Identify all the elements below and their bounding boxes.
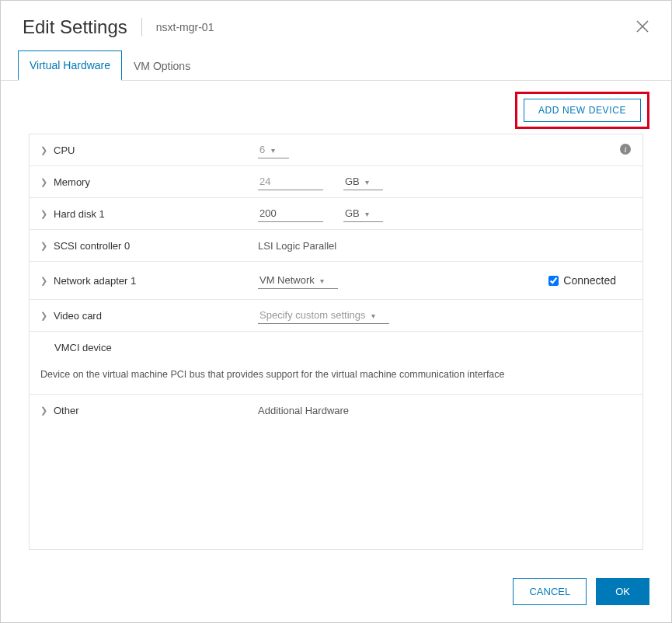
row-other: ❯ Other Additional Hardware	[30, 395, 642, 426]
connected-checkbox[interactable]	[548, 276, 559, 286]
memory-unit-select[interactable]: GB ▾	[343, 173, 383, 190]
tab-bar: Virtual Hardware VM Options	[1, 50, 671, 81]
chevron-right-icon[interactable]: ❯	[40, 405, 47, 416]
cpu-value: 6	[259, 144, 265, 155]
row-disk: ❯ Hard disk 1 GB ▾	[30, 198, 642, 230]
edit-settings-modal: Edit Settings nsxt-mgr-01 Virtual Hardwa…	[0, 0, 672, 623]
tab-virtual-hardware[interactable]: Virtual Hardware	[18, 50, 122, 81]
modal-header: Edit Settings nsxt-mgr-01	[1, 1, 671, 46]
modal-footer: CANCEL OK	[1, 550, 671, 622]
video-select[interactable]: Specify custom settings ▾	[258, 307, 389, 324]
chevron-down-icon: ▾	[365, 210, 369, 218]
scsi-label: SCSI controller 0	[54, 240, 130, 252]
network-value: VM Network	[259, 274, 315, 286]
chevron-right-icon[interactable]: ❯	[40, 209, 47, 219]
vmci-description: Device on the virtual machine PCI bus th…	[30, 363, 642, 395]
row-cpu: ❯ CPU 6 ▾ i	[30, 134, 642, 166]
row-network: ❯ Network adapter 1 VM Network ▾ Connect…	[30, 262, 642, 300]
network-label: Network adapter 1	[54, 275, 136, 287]
svg-text:i: i	[624, 144, 626, 154]
memory-label: Memory	[54, 176, 90, 188]
chevron-right-icon[interactable]: ❯	[40, 311, 47, 321]
info-icon[interactable]: i	[619, 143, 632, 158]
toolbar: ADD NEW DEVICE	[1, 81, 671, 134]
highlight-box: ADD NEW DEVICE	[515, 92, 649, 129]
chevron-right-icon[interactable]: ❯	[40, 241, 47, 251]
chevron-down-icon: ▾	[320, 277, 324, 285]
title-divider	[141, 18, 142, 37]
row-vmci: VMCI device	[30, 332, 642, 363]
vm-name: nsxt-mgr-01	[156, 21, 214, 33]
disk-unit-select[interactable]: GB ▾	[343, 205, 383, 222]
cancel-button[interactable]: CANCEL	[513, 578, 587, 605]
video-label: Video card	[54, 310, 102, 322]
video-value: Specify custom settings	[259, 309, 366, 321]
connected-toggle[interactable]: Connected	[545, 273, 616, 288]
ok-button[interactable]: OK	[596, 578, 649, 605]
disk-unit-value: GB	[345, 207, 360, 219]
chevron-down-icon: ▾	[271, 146, 275, 155]
add-new-device-button[interactable]: ADD NEW DEVICE	[524, 99, 641, 122]
other-label: Other	[54, 405, 79, 416]
disk-input[interactable]	[258, 205, 323, 222]
vmci-label: VMCI device	[54, 342, 112, 353]
disk-label: Hard disk 1	[54, 208, 105, 220]
chevron-down-icon: ▾	[371, 312, 375, 320]
chevron-right-icon[interactable]: ❯	[40, 145, 47, 155]
chevron-right-icon[interactable]: ❯	[40, 177, 47, 187]
close-icon[interactable]	[635, 19, 649, 36]
cpu-label: CPU	[54, 144, 75, 156]
other-value: Additional Hardware	[258, 405, 349, 416]
connected-label: Connected	[563, 274, 616, 287]
network-select[interactable]: VM Network ▾	[258, 272, 338, 289]
memory-input[interactable]	[258, 173, 323, 190]
row-scsi: ❯ SCSI controller 0 LSI Logic Parallel	[30, 230, 642, 262]
tab-vm-options[interactable]: VM Options	[122, 51, 202, 80]
chevron-right-icon[interactable]: ❯	[40, 276, 47, 286]
memory-unit-value: GB	[345, 176, 360, 187]
chevron-down-icon: ▾	[365, 178, 369, 186]
scsi-value: LSI Logic Parallel	[258, 240, 336, 252]
hardware-panel: ❯ CPU 6 ▾ i ❯ Memory GB	[29, 134, 643, 550]
modal-title: Edit Settings	[23, 16, 127, 38]
cpu-select[interactable]: 6 ▾	[258, 141, 289, 158]
row-video: ❯ Video card Specify custom settings ▾	[30, 300, 642, 332]
row-memory: ❯ Memory GB ▾	[30, 166, 642, 198]
